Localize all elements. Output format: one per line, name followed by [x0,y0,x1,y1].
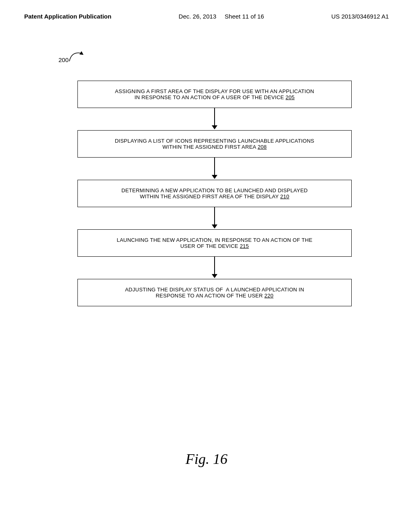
header-patent-number: US 2013/0346912 A1 [331,13,389,20]
arrow-down-icon [214,158,215,176]
header-date: Dec. 26, 2013 Sheet 11 of 16 [179,13,264,20]
patent-page: Patent Application Publication Dec. 26, … [0,0,413,532]
arrow-down-icon [214,207,215,225]
flow-label: 200 [58,56,69,64]
figure-caption: Fig. 16 [0,451,413,468]
arrow-4 [214,257,215,279]
arrow-down-icon [214,257,215,275]
curve-arrow-icon [67,49,92,65]
arrow-3 [214,207,215,229]
flow-container: ASSIGNING A FIRST AREA OF THE DISPLAY FO… [56,81,373,306]
arrow-down-icon [214,108,215,126]
flow-box-210: DETERMINING A NEW APPLICATION TO BE LAUN… [77,180,352,207]
page-header: Patent Application Publication Dec. 26, … [0,0,413,20]
flow-box-220: ADJUSTING THE DISPLAY STATUS OF A LAUNCH… [77,279,352,306]
flow-box-205: ASSIGNING A FIRST AREA OF THE DISPLAY FO… [77,81,352,108]
arrow-2 [214,158,215,180]
flow-box-215: LAUNCHING THE NEW APPLICATION, IN RESPON… [77,229,352,257]
arrow-1 [214,108,215,130]
header-publication-label: Patent Application Publication [24,13,111,20]
flow-box-208: DISPLAYING A LIST OF ICONS REPRESENTING … [77,130,352,158]
